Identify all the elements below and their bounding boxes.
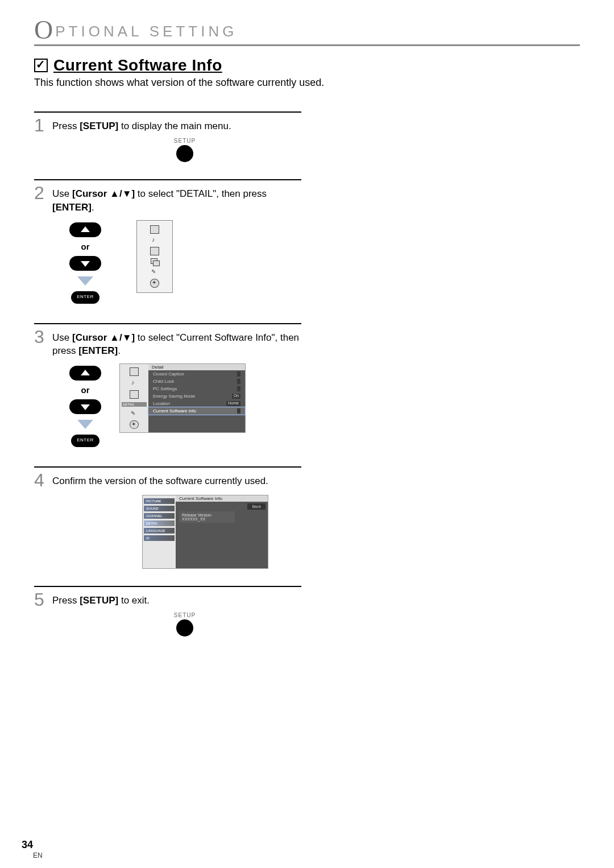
- remote-setup-button: SETUP: [68, 612, 301, 636]
- text-fragment: Press: [52, 121, 80, 131]
- cursor-down-icon: [69, 399, 101, 414]
- step-3-text: Use [Cursor ▲/▼] to select "Current Soft…: [52, 328, 301, 358]
- enter-button-icon: [71, 435, 99, 447]
- remote-control-diagram: or: [68, 363, 102, 449]
- menu-item-value: Home: [226, 401, 240, 406]
- tv-menu-sidebar: PICTURE SOUND CHANNEL DETAIL LANGUAGE ID: [143, 495, 176, 568]
- cursor-up-icon: [69, 222, 101, 237]
- header-rest: PTIONAL SETTING: [55, 23, 237, 40]
- release-version-box: Release Version: XXXXXX_XX: [179, 511, 235, 523]
- flow-arrow-icon: [77, 420, 93, 429]
- enter-button-icon: [71, 291, 99, 304]
- tab-id: ID: [144, 535, 175, 541]
- menu-item-label: Location: [153, 401, 170, 406]
- menu-item: Energy Saving Mode On: [148, 392, 245, 400]
- header-capital-o: O: [34, 17, 55, 43]
- or-label: or: [81, 385, 90, 395]
- picture-icon: [130, 367, 139, 376]
- remote-setup-button: SETUP: [68, 138, 301, 162]
- tab-detail: DETAIL: [144, 520, 175, 526]
- text-fragment: to select "DETAIL", then press: [135, 188, 267, 199]
- tab-sound: SOUND: [144, 506, 175, 511]
- language-icon: [151, 268, 159, 276]
- step-number: 3: [34, 328, 47, 346]
- text-fragment: Use: [52, 332, 72, 343]
- text-fragment: Use: [52, 188, 72, 199]
- key-label: [ENTER]: [78, 345, 118, 356]
- menu-item-selected: Current Software Info: [148, 407, 245, 415]
- cursor-down-icon: [69, 256, 101, 271]
- tab-picture: PICTURE: [144, 498, 175, 504]
- menu-title: Current Software Info: [176, 495, 268, 502]
- tv-menu-main: Detail Closed Caption Child Lock PC Sett…: [148, 364, 245, 432]
- settings-icon: [130, 420, 139, 429]
- tv-menu-screenshot: PICTURE SOUND CHANNEL DETAIL LANGUAGE ID…: [142, 495, 268, 569]
- step-2-text: Use [Cursor ▲/▼] to select "DETAIL", the…: [52, 184, 301, 214]
- step-2: 2 Use [Cursor ▲/▼] to select "DETAIL", t…: [34, 179, 301, 306]
- section-title: Current Software Info: [53, 56, 222, 75]
- menu-item-value: [237, 386, 240, 391]
- step-number: 5: [34, 590, 47, 609]
- checkbox-icon: [34, 59, 48, 72]
- step-5-text: Press [SETUP] to exit.: [52, 590, 150, 607]
- cursor-up-icon: [69, 366, 101, 381]
- step-4: 4 Confirm the version of the software cu…: [34, 466, 301, 569]
- step-1-text: Press [SETUP] to display the main menu.: [52, 116, 231, 133]
- tv-menu-sidebar-icons: [136, 220, 173, 293]
- detail-tab: DETAIL: [122, 402, 147, 407]
- tv-menu-main: Current Software Info Back Release Versi…: [176, 495, 268, 568]
- menu-item: PC Settings: [148, 385, 245, 392]
- channel-icon: [150, 247, 159, 255]
- sound-icon: [130, 379, 138, 387]
- menu-item: Closed Caption: [148, 370, 245, 378]
- section-title-row: Current Software Info: [34, 56, 580, 75]
- back-button: Back: [247, 503, 265, 510]
- release-version-value: XXXXXX_XX: [182, 517, 232, 521]
- menu-item: Child Lock: [148, 378, 245, 385]
- or-label: or: [81, 242, 90, 251]
- step-1: 1 Press [SETUP] to display the main menu…: [34, 111, 301, 162]
- round-button-icon: [176, 145, 193, 162]
- tab-channel: CHANNEL: [144, 513, 175, 519]
- step-5: 5 Press [SETUP] to exit. SETUP: [34, 586, 301, 636]
- menu-item-label: Closed Caption: [153, 371, 184, 377]
- text-fragment: .: [92, 202, 94, 213]
- channel-icon: [130, 390, 139, 399]
- text-fragment: to display the main menu.: [118, 121, 231, 131]
- step-number: 1: [34, 116, 47, 134]
- menu-item-value: [237, 371, 240, 377]
- menu-item-value: [237, 379, 240, 384]
- page-language: EN: [33, 852, 43, 859]
- setup-button-label: SETUP: [174, 612, 196, 618]
- step-3: 3 Use [Cursor ▲/▼] to select "Current So…: [34, 323, 301, 450]
- release-version-label: Release Version:: [182, 513, 232, 517]
- step-number: 4: [34, 471, 47, 489]
- menu-item-value: On: [232, 394, 240, 399]
- text-fragment: Press: [52, 595, 80, 606]
- menu-item: Location Home: [148, 400, 245, 407]
- setup-button-label: SETUP: [174, 138, 196, 144]
- page-number: 34: [22, 839, 33, 851]
- key-label: [SETUP]: [80, 121, 118, 131]
- round-button-icon: [176, 619, 193, 636]
- menu-item-label: Current Software Info: [153, 408, 196, 414]
- text-fragment: .: [118, 345, 121, 356]
- menu-title: Detail: [148, 364, 245, 370]
- text-fragment: to exit.: [118, 595, 150, 606]
- manual-page: O PTIONAL SETTING Current Software Info …: [0, 0, 614, 868]
- step-number: 2: [34, 184, 47, 202]
- language-icon: [130, 410, 138, 418]
- tab-language: LANGUAGE: [144, 528, 175, 534]
- page-header: O PTIONAL SETTING: [34, 17, 580, 46]
- key-label: [ENTER]: [52, 202, 92, 213]
- menu-item-label: Child Lock: [153, 379, 174, 384]
- menu-item-value: [237, 408, 240, 414]
- section-description: This function shows what version of the …: [34, 77, 580, 89]
- key-label: [SETUP]: [80, 595, 118, 606]
- tv-menu-screenshot: DETAIL Detail Closed Caption Child Lock: [119, 363, 246, 433]
- step-4-text: Confirm the version of the software curr…: [52, 471, 268, 488]
- settings-icon: [150, 279, 159, 287]
- picture-icon: [150, 225, 159, 234]
- menu-item-label: PC Settings: [153, 386, 177, 391]
- remote-control-diagram: or: [68, 220, 102, 306]
